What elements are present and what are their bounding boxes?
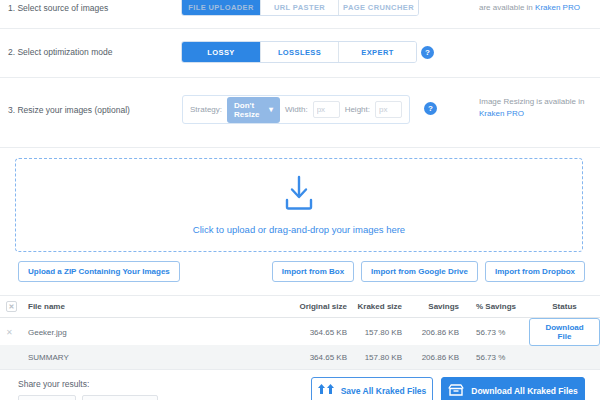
col-pct-savings: % Savings	[459, 302, 529, 311]
width-label: Width:	[285, 105, 308, 114]
tab-page-cruncher[interactable]: PAGE CRUNCHER	[338, 0, 418, 15]
col-status: Status	[529, 302, 600, 311]
download-file-button[interactable]: Download File	[529, 318, 600, 346]
file-kraked-size: 157.80 KB	[347, 328, 402, 337]
summary-label: SUMMARY	[28, 353, 274, 362]
step2-label: 2. Select optimization mode	[8, 47, 112, 57]
source-tabs: FILE UPLOADER URL PASTER PAGE CRUNCHER	[181, 0, 419, 16]
strategy-select[interactable]: Don't Resize▾	[227, 97, 280, 123]
cloud-save-icon	[318, 384, 334, 397]
width-input[interactable]	[313, 101, 340, 118]
import-dropbox-button[interactable]: Import from Dropbox	[485, 261, 585, 282]
upload-zip-button[interactable]: Upload a ZIP Containing Your Images	[18, 261, 180, 282]
file-name: Geeker.jpg	[28, 328, 274, 337]
pro-note: are available in Kraken PRO	[479, 2, 594, 14]
step1-label: 1. Select source of images	[8, 3, 108, 13]
summary-kraked-size: 157.80 KB	[347, 353, 402, 362]
file-savings: 206.86 KB	[402, 328, 459, 337]
share-button-1[interactable]	[18, 395, 76, 400]
col-kraked-size: Kraked size	[347, 302, 402, 311]
remove-file-icon[interactable]: ✕	[6, 328, 28, 337]
save-all-label: Save All Kraked Files	[341, 386, 427, 396]
table-row: ✕ Geeker.jpg 364.65 KB 157.80 KB 206.86 …	[0, 318, 600, 345]
section-divider-1	[0, 28, 600, 29]
share-button-2[interactable]	[82, 395, 158, 400]
mode-lossy[interactable]: LOSSY	[182, 42, 260, 62]
file-pct-savings: 56.73 %	[459, 328, 529, 337]
col-original-size: Original size	[274, 302, 347, 311]
mode-lossless[interactable]: LOSSLESS	[260, 42, 338, 62]
resize-pro-note: Image Resizing is available in Kraken PR…	[479, 96, 594, 120]
file-original-size: 364.65 KB	[274, 328, 347, 337]
results-table: ✕ File name Original size Kraked size Sa…	[0, 295, 600, 370]
pro-note-text: are available in	[479, 3, 535, 12]
col-file-name: File name	[28, 302, 274, 311]
import-box-button[interactable]: Import from Box	[272, 261, 354, 282]
import-buttons: Import from Box Import from Google Drive…	[272, 261, 585, 282]
summary-original-size: 364.65 KB	[274, 353, 347, 362]
download-all-label: Download All Kraked Files	[471, 386, 577, 396]
table-header-row: ✕ File name Original size Kraked size Sa…	[0, 295, 600, 318]
upload-arrow-icon	[277, 175, 321, 215]
dropzone-text: Click to upload or drag-and-drop your im…	[193, 224, 405, 235]
strategy-value: Don't Resize	[234, 101, 264, 119]
height-input[interactable]	[375, 101, 402, 118]
kraken-optimizer-page: 1. Select source of images FILE UPLOADER…	[0, 0, 600, 400]
summary-pct-savings: 56.73 %	[459, 353, 529, 362]
share-results-label: Share your results:	[18, 379, 89, 389]
mode-expert[interactable]: EXPERT	[338, 42, 416, 62]
kraken-pro-link[interactable]: Kraken PRO	[535, 3, 580, 12]
mode-selector: LOSSY LOSSLESS EXPERT	[181, 41, 417, 63]
download-all-kraked-files-button[interactable]: Download All Kraked Files	[441, 377, 585, 400]
height-label: Height:	[345, 105, 370, 114]
step3-label: 3. Resize your images (optional)	[8, 105, 130, 115]
import-google-drive-button[interactable]: Import from Google Drive	[361, 261, 478, 282]
section-divider-2	[0, 77, 600, 78]
archive-box-icon	[448, 384, 464, 398]
tab-url-paster[interactable]: URL PASTER	[260, 0, 338, 15]
clear-all-icon[interactable]: ✕	[6, 301, 17, 312]
section-divider-3	[0, 147, 600, 148]
caret-down-icon: ▾	[269, 105, 273, 114]
upload-dropzone[interactable]: Click to upload or drag-and-drop your im…	[15, 158, 583, 252]
tab-file-uploader[interactable]: FILE UPLOADER	[182, 0, 260, 15]
save-all-kraked-files-button[interactable]: Save All Kraked Files	[311, 377, 433, 400]
summary-row: SUMMARY 364.65 KB 157.80 KB 206.86 KB 56…	[0, 345, 600, 370]
col-savings: Savings	[402, 302, 459, 311]
resize-help-icon[interactable]: ?	[424, 102, 437, 115]
mode-help-icon[interactable]: ?	[421, 46, 434, 59]
summary-savings: 206.86 KB	[402, 353, 459, 362]
resize-controls: Strategy: Don't Resize▾ Width: Height:	[182, 95, 410, 124]
strategy-label: Strategy:	[190, 105, 222, 114]
resize-pro-note-text: Image Resizing is available in	[479, 97, 584, 106]
resize-kraken-pro-link[interactable]: Kraken PRO	[479, 109, 524, 118]
